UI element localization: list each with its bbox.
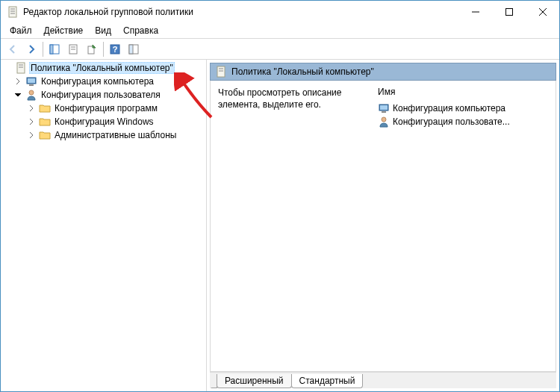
content-body: Чтобы просмотреть описание элемента, выд… [210,81,556,372]
chevron-right-icon[interactable] [26,103,37,113]
menu-action[interactable]: Действие [38,24,90,37]
tree-label: Конфигурация пользователя [40,89,162,101]
column-header-name[interactable]: Имя [378,87,548,97]
tree-windows-settings[interactable]: Конфигурация Windows [1,115,206,128]
export-button[interactable] [83,40,101,58]
tab-strip: Расширенный Стандартный [210,372,556,388]
svg-text:?: ? [113,45,118,54]
content-title: Политика "Локальный компьютер" [231,66,374,77]
close-button[interactable] [526,1,559,23]
body: Политика "Локальный компьютер" Конфигура… [1,60,559,391]
tab-standard[interactable]: Стандартный [291,374,364,388]
list-column: Имя Конфигурация компьютера Конфигурация… [378,87,548,365]
tree-user-config[interactable]: Конфигурация пользователя [1,88,206,102]
tree-admin-templates[interactable]: Административные шаблоны [1,128,206,142]
svg-point-24 [29,90,34,95]
menu-view[interactable]: Вид [89,24,117,37]
menu-file[interactable]: Файл [4,24,38,37]
list-item[interactable]: Конфигурация компьютера [378,102,548,115]
list-item-label: Конфигурация пользовате... [393,116,510,127]
expander-icon[interactable] [2,63,13,73]
toolbar-separator [103,42,104,57]
folder-icon [39,129,51,141]
help-button[interactable]: ? [106,40,124,58]
tree-computer-config[interactable]: Конфигурация компьютера [1,75,206,88]
content-header: Политика "Локальный компьютер" [210,63,556,81]
back-button[interactable] [4,40,22,58]
title-bar: Редактор локальной групповой политики [1,1,559,23]
show-hide-tree-button[interactable] [46,40,63,58]
folder-icon [39,102,51,114]
svg-rect-23 [29,84,34,86]
tree-software-settings[interactable]: Конфигурация программ [1,102,206,115]
user-icon [378,116,390,128]
minimize-button[interactable] [458,1,492,23]
tree-pane[interactable]: Политика "Локальный компьютер" Конфигура… [1,60,207,391]
chevron-right-icon[interactable] [26,116,37,127]
svg-rect-0 [9,7,16,17]
tree-label: Конфигурация Windows [53,116,155,128]
computer-icon [378,102,390,114]
description-hint: Чтобы просмотреть описание элемента, выд… [218,87,341,110]
tree-root[interactable]: Политика "Локальный компьютер" [1,61,206,75]
chevron-right-icon[interactable] [13,76,23,87]
list-item[interactable]: Конфигурация пользовате... [378,115,548,128]
svg-rect-22 [28,78,35,83]
svg-point-31 [382,117,386,122]
properties-button[interactable] [64,40,82,58]
policy-document-icon [15,62,27,74]
filter-button[interactable] [125,40,143,58]
svg-rect-9 [50,45,53,54]
svg-rect-17 [129,45,133,54]
window-controls [458,1,559,23]
policy-document-icon [7,6,19,18]
user-icon [25,89,37,101]
folder-icon [39,116,51,128]
chevron-down-icon[interactable] [13,90,23,100]
svg-rect-25 [217,66,225,77]
computer-icon [25,75,37,87]
svg-rect-30 [382,111,386,113]
svg-rect-29 [380,105,388,110]
description-column: Чтобы просмотреть описание элемента, выд… [218,87,360,365]
tab-extended[interactable]: Расширенный [217,374,292,388]
app-window: Редактор локальной групповой политики Фа… [0,0,560,392]
tree-label: Конфигурация компьютера [40,75,155,87]
list-item-label: Конфигурация компьютера [393,103,505,113]
menu-help[interactable]: Справка [117,24,164,37]
svg-rect-5 [505,9,512,16]
tree-label: Конфигурация программ [53,102,159,114]
svg-rect-18 [17,63,25,73]
tree-label: Административные шаблоны [53,129,178,141]
policy-document-icon [215,66,227,78]
maximize-button[interactable] [492,1,526,23]
forward-button[interactable] [22,40,40,58]
toolbar: ? [1,39,559,60]
chevron-right-icon[interactable] [26,130,37,140]
window-title: Редактор локальной групповой политики [23,7,458,17]
toolbar-separator [43,42,43,57]
menu-bar: Файл Действие Вид Справка [1,23,559,39]
tree-root-label: Политика "Локальный компьютер" [29,62,175,74]
content-pane: Политика "Локальный компьютер" Чтобы про… [207,60,559,391]
